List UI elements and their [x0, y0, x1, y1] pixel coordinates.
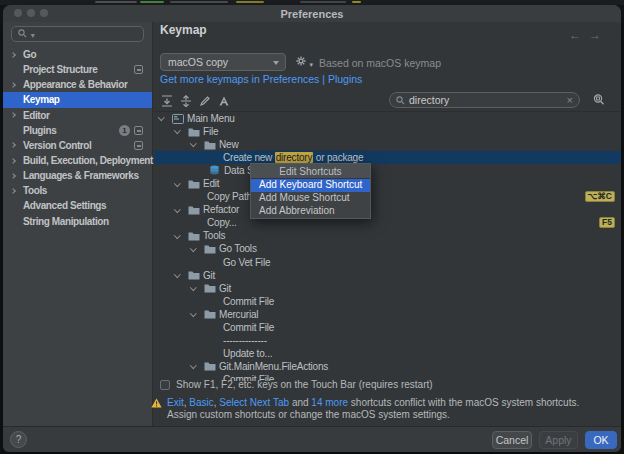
shortcut-badge: F5	[599, 217, 615, 228]
plugin-settings-icon	[134, 126, 143, 135]
tree-row[interactable]: Commit File	[154, 295, 621, 308]
ok-button[interactable]: OK	[585, 431, 617, 449]
chevron-down-icon[interactable]	[175, 235, 188, 238]
tree-row[interactable]: Go Tools	[154, 242, 621, 255]
keymap-scheme-select[interactable]: macOS copy	[160, 53, 286, 71]
shortcut-search-input[interactable]: directory ×	[389, 92, 580, 108]
settings-search-input[interactable]: ▾	[11, 26, 144, 42]
sidebar-item-label: String Manipulation	[23, 216, 109, 227]
tree-row[interactable]: --------------	[154, 334, 621, 347]
sidebar-item-tools[interactable]: Tools	[3, 183, 152, 198]
touchbar-checkbox-row[interactable]: Show F1, F2, etc. keys on the Touch Bar …	[160, 379, 433, 390]
conflict-link[interactable]: Select Next Tab	[219, 397, 289, 408]
apply-button[interactable]: Apply	[539, 431, 578, 449]
tree-row[interactable]: Data Source...	[154, 164, 621, 177]
sidebar-item-appearance-behavior[interactable]: Appearance & Behavior	[3, 77, 152, 92]
chevron-down-icon[interactable]	[175, 183, 188, 186]
abbreviation-icon[interactable]	[217, 94, 230, 107]
context-menu-item-add-keyboard-shortcut[interactable]: Add Keyboard Shortcut	[251, 179, 370, 192]
context-menu-item-add-abbreviation[interactable]: Add Abbreviation	[251, 205, 370, 218]
tree-row[interactable]: Commit File	[154, 321, 621, 334]
edit-shortcut-icon[interactable]	[198, 94, 211, 107]
sidebar-item-keymap[interactable]: Keymap	[3, 92, 152, 107]
tree-row-label: Update to...	[223, 348, 272, 359]
tree-row[interactable]: New	[154, 138, 621, 151]
nav-history-arrows[interactable]: ←→	[569, 28, 609, 42]
sidebar-item-label: Editor	[23, 110, 50, 121]
sidebar-item-plugins[interactable]: Plugins1	[3, 123, 152, 138]
folder-icon	[188, 179, 203, 189]
tree-row[interactable]: Git	[154, 282, 621, 295]
sidebar-items: GoProject StructureAppearance & Behavior…	[3, 47, 152, 229]
sidebar-item-editor[interactable]: Editor	[3, 108, 152, 123]
sidebar-item-advanced-settings[interactable]: Advanced Settings	[3, 198, 152, 213]
gear-icon[interactable]: ▾	[294, 55, 310, 71]
conflict-link[interactable]: Basic	[189, 397, 213, 408]
folder-icon	[188, 205, 203, 215]
tree-row[interactable]: Git	[154, 269, 621, 282]
chevron-down-icon[interactable]	[191, 143, 204, 146]
expand-all-icon[interactable]	[160, 94, 173, 107]
conflict-link[interactable]: Exit	[167, 397, 184, 408]
tree-row-label: Go Vet File	[223, 257, 270, 268]
tree-row[interactable]: Git.MainMenu.FileActions	[154, 360, 621, 373]
datasource-icon	[209, 165, 224, 176]
warning-line2: Assign custom shortcuts or change the ma…	[151, 409, 617, 421]
chevron-down-icon[interactable]	[191, 313, 204, 316]
tree-row[interactable]: Mercurial	[154, 308, 621, 321]
plugins-update-badge: 1	[119, 125, 130, 136]
tree-row[interactable]: Update to...	[154, 347, 621, 360]
tree-row[interactable]: Refactor	[154, 203, 621, 216]
folder-icon	[204, 361, 219, 371]
chevron-right-icon	[11, 113, 23, 117]
tree-row[interactable]: Copy...F5	[154, 216, 621, 229]
shortcut-badge: ⌥⌘C	[585, 191, 615, 202]
tree-row[interactable]: Edit	[154, 177, 621, 190]
sidebar-item-string-manipulation[interactable]: String Manipulation	[3, 214, 152, 229]
sidebar-item-project-structure[interactable]: Project Structure	[3, 62, 152, 77]
sidebar-item-build-execution-deployment[interactable]: Build, Execution, Deployment	[3, 153, 152, 168]
tree-row[interactable]: Create new directory or package	[154, 151, 621, 164]
tree-row-label: New	[219, 139, 238, 150]
tree-row-label: Git.MainMenu.FileActions	[219, 361, 328, 372]
dialog-titlebar[interactable]: Preferences	[3, 5, 621, 22]
find-by-shortcut-icon[interactable]	[592, 93, 606, 109]
sidebar-item-languages-frameworks[interactable]: Languages & Frameworks	[3, 168, 152, 183]
plugin-settings-icon	[134, 65, 143, 74]
dialog-title: Preferences	[3, 8, 621, 20]
context-menu-title: Edit Shortcuts	[251, 164, 370, 179]
settings-sidebar: ▾ GoProject StructureAppearance & Behavi…	[3, 22, 153, 426]
sidebar-item-version-control[interactable]: Version Control	[3, 138, 152, 153]
get-more-keymaps-link[interactable]: Get more keymaps in Preferences | Plugin…	[160, 73, 362, 85]
chevron-down-icon[interactable]	[159, 117, 172, 120]
folder-icon	[204, 244, 219, 254]
tree-row[interactable]: Tools	[154, 229, 621, 242]
chevron-down-icon[interactable]	[175, 209, 188, 212]
keymap-tree: Main MenuFileNewCreate new directory or …	[154, 111, 621, 381]
warning-text: and	[289, 397, 311, 408]
cancel-button[interactable]: Cancel	[492, 431, 532, 449]
chevron-down-icon[interactable]	[175, 130, 188, 133]
tree-row[interactable]: Main Menu	[154, 112, 621, 125]
chevron-down-icon[interactable]	[191, 365, 204, 368]
tree-row-label: Tools	[203, 230, 225, 241]
tree-row[interactable]: Go Vet File	[154, 256, 621, 269]
tree-row[interactable]: File	[154, 125, 621, 138]
tree-row-label: Commit File	[223, 296, 274, 307]
clear-search-icon[interactable]: ×	[567, 95, 573, 105]
sidebar-item-go[interactable]: Go	[3, 47, 152, 62]
context-menu-item-add-mouse-shortcut[interactable]: Add Mouse Shortcut	[251, 192, 370, 205]
help-button[interactable]: ?	[10, 431, 27, 448]
based-on-label: Based on macOS keymap	[319, 57, 441, 69]
checkbox-icon[interactable]	[160, 380, 170, 390]
conflict-link[interactable]: 14 more	[311, 397, 348, 408]
chevron-down-icon[interactable]	[191, 287, 204, 290]
tree-row[interactable]: Copy Path...⌥⌘C	[154, 190, 621, 203]
folder-icon	[188, 270, 203, 280]
chevron-down-icon[interactable]	[175, 274, 188, 277]
sidebar-item-label: Project Structure	[23, 64, 97, 75]
collapse-all-icon[interactable]	[179, 94, 192, 107]
warning-text: shortcuts conflict with the macOS system…	[348, 397, 579, 408]
sidebar-item-label: Appearance & Behavior	[23, 79, 127, 90]
chevron-down-icon[interactable]	[191, 248, 204, 251]
